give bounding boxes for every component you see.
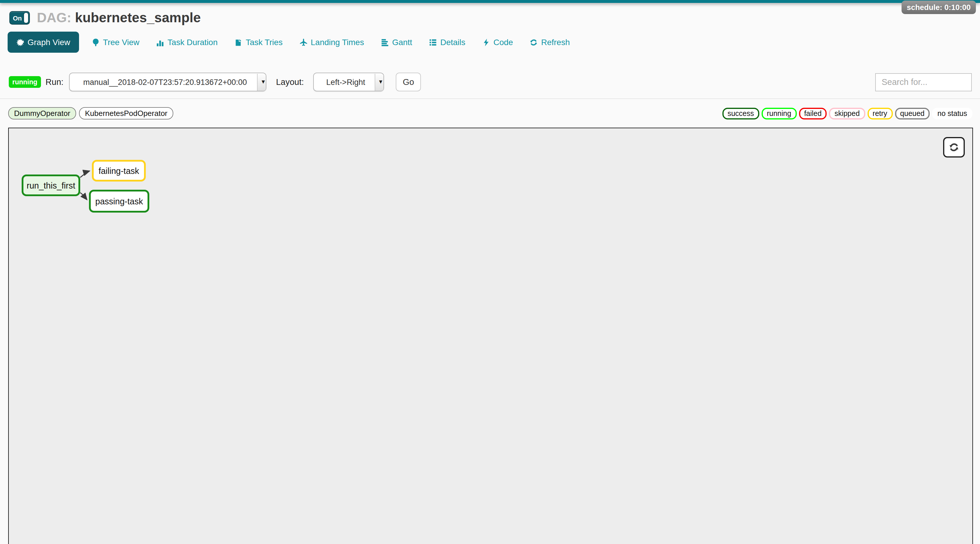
- layout-select-wrap: Left->Right: [313, 73, 384, 91]
- refresh-icon: [530, 38, 538, 46]
- graph-refresh-button[interactable]: [943, 137, 965, 157]
- task-node-failing-task[interactable]: failing-task: [92, 160, 146, 181]
- bar-chart-icon: [156, 38, 164, 46]
- layout-label: Layout:: [276, 77, 304, 87]
- tree-icon: [92, 38, 100, 46]
- tab-tree-view[interactable]: Tree View: [92, 38, 140, 47]
- chart-page-icon: [235, 38, 242, 46]
- operator-legend-kubernetespod: KubernetesPodOperator: [79, 107, 173, 119]
- tab-label: Refresh: [541, 38, 570, 47]
- go-button[interactable]: Go: [396, 73, 421, 91]
- state-pill-no-status: no status: [932, 107, 972, 119]
- run-select[interactable]: manual__2018-02-07T23:57:20.913672+00:00: [69, 73, 267, 91]
- top-accent-bar: [0, 0, 980, 3]
- schedule-badge: schedule: 0:10:00: [902, 1, 976, 14]
- plane-icon: [300, 38, 307, 46]
- state-pill-success: success: [722, 107, 759, 119]
- tab-code[interactable]: Code: [482, 38, 513, 47]
- state-legend: success running failed skipped retry que…: [720, 107, 972, 119]
- airflow-dag-page: On DAG: kubernetes_sample schedule: 0:10…: [0, 0, 980, 544]
- refresh-icon: [949, 142, 959, 152]
- run-select-wrap: manual__2018-02-07T23:57:20.913672+00:00: [69, 73, 267, 91]
- tab-label: Tree View: [103, 38, 140, 47]
- list-icon: [429, 38, 437, 46]
- tab-task-duration[interactable]: Task Duration: [156, 38, 218, 47]
- tab-refresh[interactable]: Refresh: [530, 38, 570, 47]
- tab-label: Task Duration: [167, 38, 218, 47]
- tab-graph-view[interactable]: Graph View: [8, 32, 79, 53]
- run-controls: running Run: manual__2018-02-07T23:57:20…: [0, 73, 980, 91]
- tab-task-tries[interactable]: Task Tries: [235, 38, 283, 47]
- task-node-run-this-first[interactable]: run_this_first: [22, 175, 80, 196]
- run-label: Run:: [46, 77, 64, 87]
- bolt-icon: [482, 38, 490, 46]
- state-pill-queued: queued: [895, 107, 930, 119]
- toggle-knob: [24, 13, 28, 23]
- layout-select[interactable]: Left->Right: [313, 73, 384, 91]
- task-node-passing-task[interactable]: passing-task: [89, 190, 149, 213]
- tab-label: Graph View: [27, 38, 70, 47]
- dag-edges: [9, 128, 972, 544]
- dag-prefix-label: DAG:: [37, 10, 72, 25]
- tab-gantt[interactable]: Gantt: [381, 38, 412, 47]
- search-input[interactable]: [875, 73, 972, 91]
- state-pill-skipped: skipped: [829, 107, 865, 119]
- view-tabs: Graph View Tree View Task Duration Task …: [0, 32, 980, 53]
- state-pill-retry: retry: [867, 107, 892, 119]
- tab-label: Landing Times: [311, 38, 364, 47]
- toggle-on-label: On: [13, 14, 22, 21]
- dag-on-off-toggle[interactable]: On: [10, 11, 30, 25]
- tab-label: Code: [493, 38, 513, 47]
- operator-legend-dummy: DummyOperator: [8, 107, 76, 119]
- dag-run-state-badge: running: [9, 76, 41, 88]
- tab-details[interactable]: Details: [429, 38, 465, 47]
- dag-header: On DAG: kubernetes_sample schedule: 0:10…: [0, 3, 980, 26]
- state-pill-running: running: [762, 107, 797, 119]
- legend-row: DummyOperator KubernetesPodOperator succ…: [0, 107, 980, 119]
- burst-icon: [16, 38, 24, 46]
- tab-label: Task Tries: [246, 38, 283, 47]
- gantt-icon: [381, 38, 389, 46]
- tab-label: Gantt: [392, 38, 412, 47]
- tab-label: Details: [440, 38, 465, 47]
- dag-name: kubernetes_sample: [75, 10, 201, 25]
- page-title: DAG: kubernetes_sample: [37, 10, 201, 26]
- state-pill-failed: failed: [799, 107, 827, 119]
- dag-graph-canvas[interactable]: run_this_first failing-task passing-task: [8, 128, 973, 544]
- divider: [0, 99, 980, 99]
- tab-landing-times[interactable]: Landing Times: [300, 38, 364, 47]
